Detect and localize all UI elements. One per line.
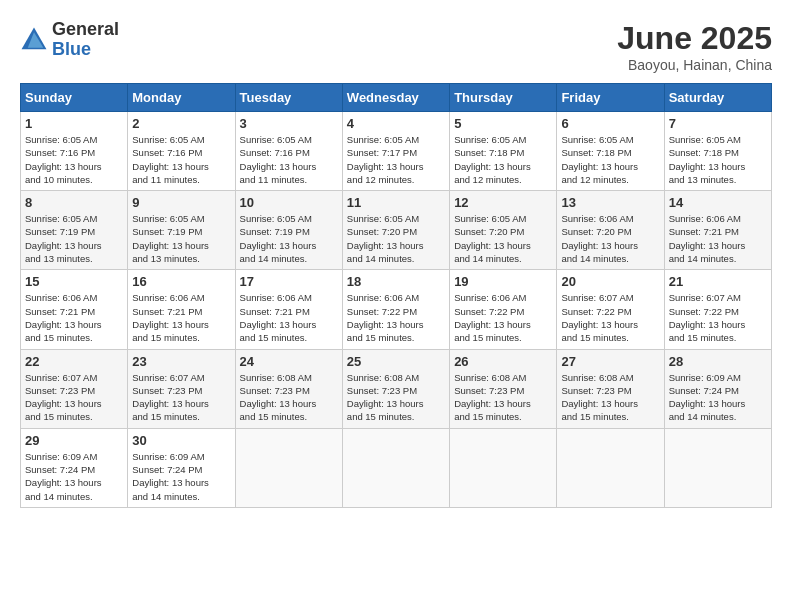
- day-number: 18: [347, 274, 445, 289]
- day-info: Sunrise: 6:05 AM Sunset: 7:17 PM Dayligh…: [347, 133, 445, 186]
- logo-icon: [20, 26, 48, 54]
- day-number: 27: [561, 354, 659, 369]
- page-header: General Blue June 2025 Baoyou, Hainan, C…: [20, 20, 772, 73]
- table-row: 25Sunrise: 6:08 AM Sunset: 7:23 PM Dayli…: [342, 349, 449, 428]
- col-thursday: Thursday: [450, 84, 557, 112]
- logo-blue: Blue: [52, 39, 91, 59]
- day-info: Sunrise: 6:06 AM Sunset: 7:21 PM Dayligh…: [669, 212, 767, 265]
- table-row: 16Sunrise: 6:06 AM Sunset: 7:21 PM Dayli…: [128, 270, 235, 349]
- day-info: Sunrise: 6:08 AM Sunset: 7:23 PM Dayligh…: [454, 371, 552, 424]
- day-info: Sunrise: 6:05 AM Sunset: 7:19 PM Dayligh…: [240, 212, 338, 265]
- table-row: 26Sunrise: 6:08 AM Sunset: 7:23 PM Dayli…: [450, 349, 557, 428]
- calendar-week-row: 1Sunrise: 6:05 AM Sunset: 7:16 PM Daylig…: [21, 112, 772, 191]
- location: Baoyou, Hainan, China: [617, 57, 772, 73]
- calendar-week-row: 15Sunrise: 6:06 AM Sunset: 7:21 PM Dayli…: [21, 270, 772, 349]
- day-info: Sunrise: 6:06 AM Sunset: 7:22 PM Dayligh…: [347, 291, 445, 344]
- day-number: 25: [347, 354, 445, 369]
- day-number: 11: [347, 195, 445, 210]
- day-info: Sunrise: 6:09 AM Sunset: 7:24 PM Dayligh…: [132, 450, 230, 503]
- day-number: 15: [25, 274, 123, 289]
- day-info: Sunrise: 6:05 AM Sunset: 7:20 PM Dayligh…: [347, 212, 445, 265]
- title-area: June 2025 Baoyou, Hainan, China: [617, 20, 772, 73]
- calendar: Sunday Monday Tuesday Wednesday Thursday…: [20, 83, 772, 508]
- table-row: 11Sunrise: 6:05 AM Sunset: 7:20 PM Dayli…: [342, 191, 449, 270]
- day-info: Sunrise: 6:09 AM Sunset: 7:24 PM Dayligh…: [25, 450, 123, 503]
- table-row: 4Sunrise: 6:05 AM Sunset: 7:17 PM Daylig…: [342, 112, 449, 191]
- day-number: 13: [561, 195, 659, 210]
- day-number: 26: [454, 354, 552, 369]
- day-number: 9: [132, 195, 230, 210]
- table-row: 1Sunrise: 6:05 AM Sunset: 7:16 PM Daylig…: [21, 112, 128, 191]
- table-row: [664, 428, 771, 507]
- day-info: Sunrise: 6:06 AM Sunset: 7:21 PM Dayligh…: [132, 291, 230, 344]
- day-info: Sunrise: 6:06 AM Sunset: 7:22 PM Dayligh…: [454, 291, 552, 344]
- logo-text: General Blue: [52, 20, 119, 60]
- table-row: 17Sunrise: 6:06 AM Sunset: 7:21 PM Dayli…: [235, 270, 342, 349]
- day-info: Sunrise: 6:06 AM Sunset: 7:20 PM Dayligh…: [561, 212, 659, 265]
- day-info: Sunrise: 6:07 AM Sunset: 7:22 PM Dayligh…: [561, 291, 659, 344]
- day-info: Sunrise: 6:05 AM Sunset: 7:18 PM Dayligh…: [669, 133, 767, 186]
- table-row: 19Sunrise: 6:06 AM Sunset: 7:22 PM Dayli…: [450, 270, 557, 349]
- day-info: Sunrise: 6:09 AM Sunset: 7:24 PM Dayligh…: [669, 371, 767, 424]
- table-row: 2Sunrise: 6:05 AM Sunset: 7:16 PM Daylig…: [128, 112, 235, 191]
- table-row: 5Sunrise: 6:05 AM Sunset: 7:18 PM Daylig…: [450, 112, 557, 191]
- calendar-week-row: 29Sunrise: 6:09 AM Sunset: 7:24 PM Dayli…: [21, 428, 772, 507]
- table-row: 28Sunrise: 6:09 AM Sunset: 7:24 PM Dayli…: [664, 349, 771, 428]
- day-number: 5: [454, 116, 552, 131]
- month-title: June 2025: [617, 20, 772, 57]
- day-number: 30: [132, 433, 230, 448]
- table-row: 15Sunrise: 6:06 AM Sunset: 7:21 PM Dayli…: [21, 270, 128, 349]
- day-info: Sunrise: 6:05 AM Sunset: 7:19 PM Dayligh…: [132, 212, 230, 265]
- day-info: Sunrise: 6:07 AM Sunset: 7:22 PM Dayligh…: [669, 291, 767, 344]
- day-number: 16: [132, 274, 230, 289]
- day-info: Sunrise: 6:08 AM Sunset: 7:23 PM Dayligh…: [347, 371, 445, 424]
- day-number: 1: [25, 116, 123, 131]
- day-info: Sunrise: 6:05 AM Sunset: 7:16 PM Dayligh…: [132, 133, 230, 186]
- day-number: 23: [132, 354, 230, 369]
- day-number: 2: [132, 116, 230, 131]
- table-row: 12Sunrise: 6:05 AM Sunset: 7:20 PM Dayli…: [450, 191, 557, 270]
- day-info: Sunrise: 6:08 AM Sunset: 7:23 PM Dayligh…: [561, 371, 659, 424]
- table-row: 14Sunrise: 6:06 AM Sunset: 7:21 PM Dayli…: [664, 191, 771, 270]
- day-info: Sunrise: 6:06 AM Sunset: 7:21 PM Dayligh…: [240, 291, 338, 344]
- day-info: Sunrise: 6:05 AM Sunset: 7:20 PM Dayligh…: [454, 212, 552, 265]
- table-row: 18Sunrise: 6:06 AM Sunset: 7:22 PM Dayli…: [342, 270, 449, 349]
- col-friday: Friday: [557, 84, 664, 112]
- table-row: 21Sunrise: 6:07 AM Sunset: 7:22 PM Dayli…: [664, 270, 771, 349]
- day-info: Sunrise: 6:05 AM Sunset: 7:16 PM Dayligh…: [240, 133, 338, 186]
- calendar-week-row: 22Sunrise: 6:07 AM Sunset: 7:23 PM Dayli…: [21, 349, 772, 428]
- day-number: 19: [454, 274, 552, 289]
- col-saturday: Saturday: [664, 84, 771, 112]
- day-info: Sunrise: 6:05 AM Sunset: 7:18 PM Dayligh…: [454, 133, 552, 186]
- day-number: 8: [25, 195, 123, 210]
- col-tuesday: Tuesday: [235, 84, 342, 112]
- table-row: 13Sunrise: 6:06 AM Sunset: 7:20 PM Dayli…: [557, 191, 664, 270]
- table-row: [342, 428, 449, 507]
- logo: General Blue: [20, 20, 119, 60]
- day-info: Sunrise: 6:05 AM Sunset: 7:16 PM Dayligh…: [25, 133, 123, 186]
- table-row: 30Sunrise: 6:09 AM Sunset: 7:24 PM Dayli…: [128, 428, 235, 507]
- table-row: 24Sunrise: 6:08 AM Sunset: 7:23 PM Dayli…: [235, 349, 342, 428]
- day-info: Sunrise: 6:05 AM Sunset: 7:18 PM Dayligh…: [561, 133, 659, 186]
- day-number: 7: [669, 116, 767, 131]
- table-row: 20Sunrise: 6:07 AM Sunset: 7:22 PM Dayli…: [557, 270, 664, 349]
- day-number: 29: [25, 433, 123, 448]
- table-row: 8Sunrise: 6:05 AM Sunset: 7:19 PM Daylig…: [21, 191, 128, 270]
- table-row: 27Sunrise: 6:08 AM Sunset: 7:23 PM Dayli…: [557, 349, 664, 428]
- day-number: 28: [669, 354, 767, 369]
- day-info: Sunrise: 6:07 AM Sunset: 7:23 PM Dayligh…: [25, 371, 123, 424]
- day-number: 4: [347, 116, 445, 131]
- table-row: 9Sunrise: 6:05 AM Sunset: 7:19 PM Daylig…: [128, 191, 235, 270]
- day-number: 14: [669, 195, 767, 210]
- day-number: 17: [240, 274, 338, 289]
- col-wednesday: Wednesday: [342, 84, 449, 112]
- col-monday: Monday: [128, 84, 235, 112]
- table-row: 29Sunrise: 6:09 AM Sunset: 7:24 PM Dayli…: [21, 428, 128, 507]
- day-number: 20: [561, 274, 659, 289]
- day-number: 12: [454, 195, 552, 210]
- table-row: [450, 428, 557, 507]
- table-row: 22Sunrise: 6:07 AM Sunset: 7:23 PM Dayli…: [21, 349, 128, 428]
- logo-general: General: [52, 19, 119, 39]
- table-row: [557, 428, 664, 507]
- day-number: 21: [669, 274, 767, 289]
